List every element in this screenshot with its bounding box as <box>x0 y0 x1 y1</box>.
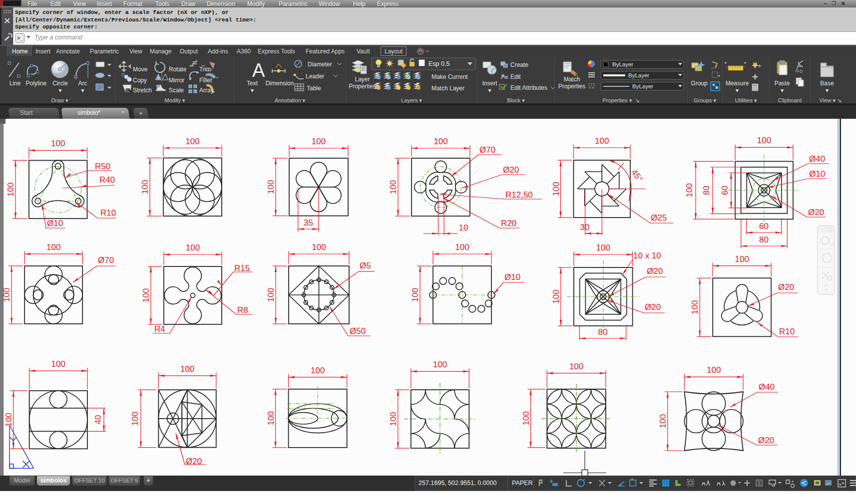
svg-text:Ø20: Ø20 <box>778 282 794 292</box>
svg-text:100: 100 <box>521 411 531 425</box>
svg-text:R4: R4 <box>154 324 165 334</box>
svg-text:R40: R40 <box>99 175 115 185</box>
svg-text:R8: R8 <box>237 305 248 315</box>
svg-text:100: 100 <box>658 414 668 428</box>
svg-text:Ø5: Ø5 <box>360 261 371 270</box>
svg-text:Table: Table <box>307 85 321 92</box>
svg-text:Esp 0.5: Esp 0.5 <box>428 60 449 67</box>
svg-text:100: 100 <box>389 412 398 426</box>
svg-text:100: 100 <box>757 136 771 145</box>
svg-text:100: 100 <box>455 243 469 252</box>
svg-text:R20: R20 <box>501 219 516 228</box>
svg-text:Match Layer: Match Layer <box>431 85 464 92</box>
svg-text:Diameter: Diameter <box>308 61 332 68</box>
svg-text:100: 100 <box>2 288 11 302</box>
svg-text:ByLayer: ByLayer <box>632 83 653 89</box>
svg-text:100: 100 <box>551 182 561 196</box>
svg-text:30: 30 <box>580 223 590 232</box>
svg-text:10: 10 <box>459 223 468 233</box>
svg-text:100: 100 <box>185 137 199 146</box>
svg-text:100: 100 <box>140 180 150 194</box>
svg-text:100: 100 <box>312 243 326 252</box>
svg-text:100: 100 <box>130 412 140 426</box>
svg-text:100: 100 <box>141 288 151 302</box>
svg-text:100: 100 <box>595 136 609 146</box>
svg-text:Ø20: Ø20 <box>758 436 774 445</box>
svg-text:100: 100 <box>180 364 194 374</box>
svg-text:80: 80 <box>598 327 608 337</box>
svg-text:100: 100 <box>4 413 13 427</box>
svg-text:10 x 10: 10 x 10 <box>633 251 661 260</box>
svg-text:100: 100 <box>690 300 700 314</box>
svg-text:100: 100 <box>266 288 276 302</box>
svg-text:Ø20: Ø20 <box>503 165 519 175</box>
svg-text:ByLayer: ByLayer <box>628 72 649 78</box>
svg-text:Ø40: Ø40 <box>759 382 775 392</box>
svg-text:100: 100 <box>707 365 721 375</box>
svg-text:R15: R15 <box>234 263 250 273</box>
svg-text:Ø20: Ø20 <box>645 302 661 312</box>
svg-text:Ø25: Ø25 <box>651 213 667 223</box>
svg-text:2D: 2D <box>829 242 834 247</box>
svg-text:35: 35 <box>304 218 313 228</box>
svg-text:100: 100 <box>596 243 610 252</box>
svg-text:R10: R10 <box>779 327 795 336</box>
svg-text:Ø10: Ø10 <box>47 219 63 228</box>
svg-text:Ø70: Ø70 <box>479 145 495 155</box>
svg-text:100: 100 <box>433 360 447 369</box>
svg-text:R50: R50 <box>95 162 110 171</box>
svg-text:100: 100 <box>266 411 276 425</box>
svg-text:100: 100 <box>186 243 200 252</box>
svg-text:Ø20: Ø20 <box>808 208 824 217</box>
svg-text:R10: R10 <box>100 208 116 218</box>
svg-text:100: 100 <box>46 243 60 252</box>
svg-text:100: 100 <box>551 289 561 303</box>
svg-text:Ø10: Ø10 <box>504 272 520 282</box>
svg-text:Leader: Leader <box>306 73 324 80</box>
svg-text:100: 100 <box>312 137 326 146</box>
svg-text:Ø70: Ø70 <box>98 255 114 265</box>
svg-text:100: 100 <box>389 180 398 194</box>
svg-text:60: 60 <box>759 222 769 231</box>
svg-text:100: 100 <box>685 183 694 197</box>
svg-text:45°: 45° <box>629 168 644 184</box>
svg-text:Ø10: Ø10 <box>809 169 825 179</box>
svg-text:100: 100 <box>735 254 749 264</box>
svg-text:100: 100 <box>266 180 276 194</box>
svg-text:A: A <box>252 60 265 81</box>
svg-text:R12,50: R12,50 <box>505 190 533 200</box>
svg-text:100: 100 <box>51 359 65 369</box>
svg-text:Edit: Edit <box>510 73 521 80</box>
svg-text:40: 40 <box>93 415 103 425</box>
svg-text:Create: Create <box>510 61 528 68</box>
svg-text:60: 60 <box>720 186 730 195</box>
svg-text:100: 100 <box>311 366 325 375</box>
svg-text:100: 100 <box>569 362 583 371</box>
svg-text:Ø20: Ø20 <box>647 266 663 276</box>
svg-text:80: 80 <box>759 235 769 245</box>
svg-text:Ø50: Ø50 <box>350 326 366 336</box>
svg-text:100: 100 <box>433 137 447 146</box>
svg-text:Ø40: Ø40 <box>809 154 825 164</box>
svg-text:ByLayer: ByLayer <box>612 61 633 67</box>
svg-text:100: 100 <box>6 183 15 197</box>
svg-text:100: 100 <box>411 288 420 302</box>
svg-text:Edit Attributes: Edit Attributes <box>510 84 547 91</box>
svg-text:100: 100 <box>51 139 65 148</box>
svg-text:Make Current: Make Current <box>431 73 468 80</box>
svg-text:80: 80 <box>702 186 711 195</box>
